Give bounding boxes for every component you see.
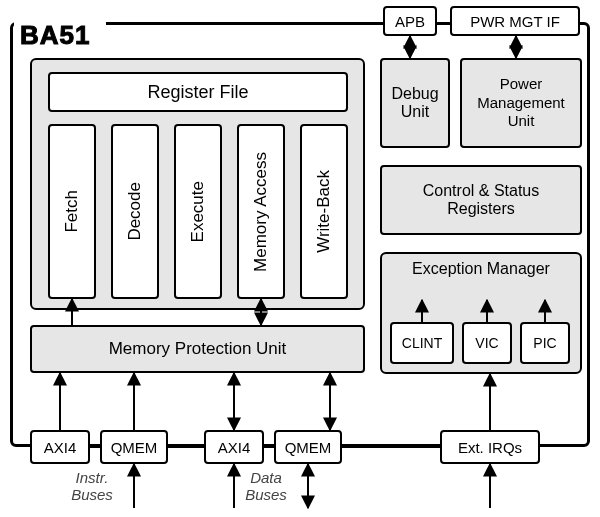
stage-fetch-label: Fetch <box>62 190 82 233</box>
clint-box: CLINT <box>390 322 454 364</box>
csr-box: Control & Status Registers <box>380 165 582 235</box>
qmem-data: QMEM <box>274 430 342 464</box>
instr-buses-caption: Instr. Buses <box>62 470 122 503</box>
register-file: Register File <box>48 72 348 112</box>
stage-execute: Execute <box>174 124 222 299</box>
ext-irqs: Ext. IRQs <box>440 430 540 464</box>
pic-box: PIC <box>520 322 570 364</box>
stage-write-back-label: Write-Back <box>314 170 334 253</box>
diagram-root: BA51 APB PWR MGT IF Register File Fetch … <box>0 0 600 517</box>
power-mgmt-unit: Power Management Unit <box>460 58 582 148</box>
apb-box: APB <box>383 6 437 36</box>
debug-unit: Debug Unit <box>380 58 450 148</box>
stage-execute-label: Execute <box>188 181 208 242</box>
stage-decode-label: Decode <box>125 182 145 241</box>
axi4-instr: AXI4 <box>30 430 90 464</box>
stage-memory-access-label: Memory Access <box>251 152 271 272</box>
stage-memory-access: Memory Access <box>237 124 285 299</box>
vic-box: VIC <box>462 322 512 364</box>
exception-manager-label: Exception Manager <box>380 260 582 278</box>
mpu-box: Memory Protection Unit <box>30 325 365 373</box>
axi4-data: AXI4 <box>204 430 264 464</box>
data-buses-caption: Data Buses <box>236 470 296 503</box>
chip-title: BA51 <box>20 20 90 51</box>
pwr-mgt-if-box: PWR MGT IF <box>450 6 580 36</box>
stage-decode: Decode <box>111 124 159 299</box>
stage-write-back: Write-Back <box>300 124 348 299</box>
stage-fetch: Fetch <box>48 124 96 299</box>
qmem-instr: QMEM <box>100 430 168 464</box>
